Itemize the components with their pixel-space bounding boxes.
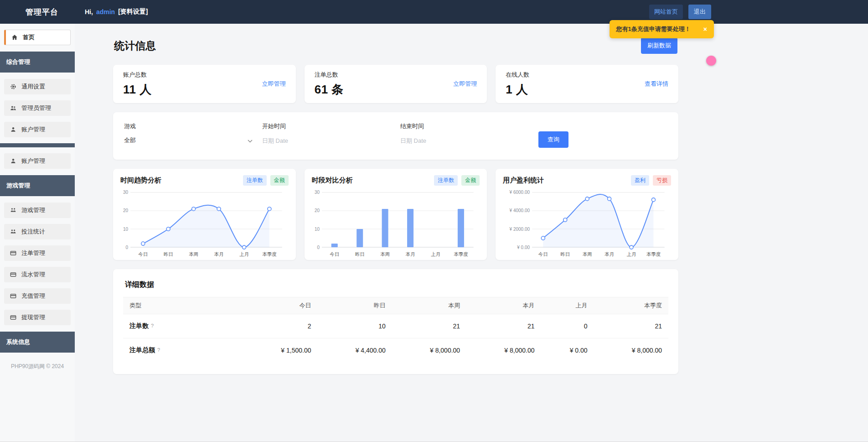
sidebar-item-label: 提现管理 bbox=[21, 313, 45, 322]
refresh-data-button[interactable]: 刷新数据 bbox=[641, 37, 677, 54]
sidebar-item[interactable]: 充值管理 bbox=[4, 288, 71, 304]
chart-title: 用户盈利统计 bbox=[503, 176, 544, 185]
legend-badge[interactable]: 金额 bbox=[270, 175, 289, 186]
stat-action-link[interactable]: 立即管理 bbox=[262, 80, 286, 88]
help-icon[interactable]: ? bbox=[157, 347, 160, 353]
sidebar-item[interactable]: 首页 bbox=[4, 30, 71, 45]
user-icon bbox=[10, 126, 17, 133]
row-label-cell: 注单数? bbox=[123, 314, 243, 338]
profile-settings-link[interactable]: [资料设置] bbox=[118, 8, 148, 16]
svg-text:本月: 本月 bbox=[405, 251, 415, 257]
users-icon bbox=[10, 104, 17, 112]
svg-text:本周: 本周 bbox=[189, 251, 198, 257]
chart-legend: 注单数金额 bbox=[243, 175, 289, 186]
toast-message: 您有1条充值申请需要处理！ bbox=[616, 25, 691, 33]
query-button[interactable]: 查询 bbox=[538, 131, 568, 148]
filter-card: 游戏 全部 开始时间 结束时间 查询 bbox=[113, 112, 678, 160]
sidebar-divider bbox=[0, 143, 75, 147]
home-icon bbox=[11, 34, 18, 41]
table-cell: 10 bbox=[317, 314, 392, 338]
logout-button[interactable]: 退出 bbox=[688, 5, 711, 19]
stat-info: 在线人数1 人 bbox=[506, 71, 529, 98]
sidebar-item[interactable]: 游戏管理 bbox=[4, 203, 71, 218]
game-select[interactable]: 全部 bbox=[124, 136, 253, 145]
game-filter-label: 游戏 bbox=[124, 122, 262, 130]
chart-header: 时段对比分析注单数金额 bbox=[312, 175, 480, 186]
svg-text:10: 10 bbox=[315, 227, 320, 232]
sidebar-item[interactable]: 提现管理 bbox=[4, 310, 71, 325]
table-cell: ¥ 0.00 bbox=[541, 338, 594, 363]
sidebar-item-label: 通用设置 bbox=[21, 83, 45, 91]
legend-badge[interactable]: 亏损 bbox=[653, 175, 671, 186]
chart-header: 用户盈利统计盈利亏损 bbox=[503, 175, 671, 186]
end-date-label: 结束时间 bbox=[400, 122, 538, 130]
main-area: 统计信息 刷新数据 账户总数11 人立即管理注单总数61 条立即管理在线人数1 … bbox=[75, 24, 868, 442]
floating-widget[interactable] bbox=[706, 56, 716, 66]
detail-table-card: 详细数据 类型今日昨日本周本月上月本季度 注单数?2102121021注单总额?… bbox=[113, 269, 678, 374]
stat-card: 在线人数1 人查看详情 bbox=[496, 65, 678, 103]
stat-action-link[interactable]: 查看详情 bbox=[645, 80, 668, 88]
sidebar-item-label: 注单管理 bbox=[21, 249, 45, 257]
stat-cards-row: 账户总数11 人立即管理注单总数61 条立即管理在线人数1 人查看详情 bbox=[113, 65, 678, 103]
svg-text:本周: 本周 bbox=[380, 251, 390, 257]
sidebar: 首页综合管理通用设置管理员管理账户管理账户管理游戏管理游戏管理投注统计注单管理流… bbox=[0, 24, 75, 442]
svg-text:30: 30 bbox=[315, 190, 320, 195]
chart-card: 时段对比分析注单数金额0102030今日昨日本周本月上月本季度 bbox=[305, 169, 487, 260]
notification-toast: 您有1条充值申请需要处理！ × bbox=[610, 20, 714, 38]
table-header-cell: 类型 bbox=[123, 297, 243, 314]
legend-badge[interactable]: 盈利 bbox=[631, 175, 649, 186]
card-icon bbox=[10, 250, 17, 257]
svg-text:30: 30 bbox=[123, 190, 129, 195]
table-cell: ¥ 8,000.00 bbox=[594, 338, 668, 363]
table-header-cell: 今日 bbox=[243, 297, 317, 314]
sidebar-item[interactable]: 管理员管理 bbox=[4, 100, 71, 116]
sidebar-section[interactable]: 游戏管理 bbox=[0, 175, 75, 196]
legend-badge[interactable]: 注单数 bbox=[434, 175, 458, 186]
sidebar-item[interactable]: 账户管理 bbox=[4, 153, 71, 169]
user-icon bbox=[10, 157, 17, 165]
sidebar-item-label: 流水管理 bbox=[21, 270, 45, 279]
user-greeting: Hi, admin [资料设置] bbox=[85, 8, 148, 16]
svg-text:今日: 今日 bbox=[138, 251, 148, 257]
stat-action-link[interactable]: 立即管理 bbox=[453, 80, 477, 88]
stats-icon bbox=[10, 228, 17, 235]
table-header-cell: 本季度 bbox=[594, 297, 668, 314]
svg-text:本季度: 本季度 bbox=[646, 251, 661, 257]
chart-cards-row: 时间趋势分析注单数金额0102030今日昨日本周本月上月本季度时段对比分析注单数… bbox=[113, 169, 678, 260]
detail-table: 类型今日昨日本周本月上月本季度 注单数?2102121021注单总额?¥ 1,5… bbox=[123, 297, 668, 362]
site-home-button[interactable]: 网站首页 bbox=[649, 5, 683, 19]
sidebar-item-label: 账户管理 bbox=[21, 157, 45, 165]
row-label: 注单总额 bbox=[129, 346, 155, 354]
help-icon[interactable]: ? bbox=[151, 323, 154, 328]
app-title: 管理平台 bbox=[26, 7, 58, 17]
game-icon bbox=[10, 207, 17, 214]
sidebar-section[interactable]: 系统信息 bbox=[0, 332, 75, 353]
svg-text:0: 0 bbox=[317, 245, 320, 250]
sidebar-footer: PHP90源码网 © 2024 bbox=[0, 363, 75, 370]
stat-label: 注单总数 bbox=[315, 71, 344, 79]
chart-legend: 盈利亏损 bbox=[631, 175, 671, 186]
legend-badge[interactable]: 金额 bbox=[461, 175, 480, 186]
username-link[interactable]: admin bbox=[96, 8, 115, 16]
svg-text:20: 20 bbox=[315, 208, 320, 213]
sidebar-section[interactable]: 综合管理 bbox=[0, 52, 75, 73]
chart-card: 用户盈利统计盈利亏损¥ 0.00¥ 2000.00¥ 4000.00¥ 6000… bbox=[496, 169, 678, 260]
stat-value: 1 人 bbox=[506, 82, 529, 98]
sidebar-item[interactable]: 投注统计 bbox=[4, 224, 71, 239]
end-date-input[interactable] bbox=[400, 137, 519, 144]
close-icon[interactable]: × bbox=[703, 26, 707, 32]
card-icon bbox=[10, 292, 17, 300]
svg-text:上月: 上月 bbox=[431, 251, 440, 257]
stat-card: 注单总数61 条立即管理 bbox=[305, 65, 487, 103]
svg-text:本月: 本月 bbox=[214, 251, 224, 257]
table-header-cell: 本月 bbox=[466, 297, 541, 314]
sidebar-item[interactable]: 账户管理 bbox=[4, 122, 71, 137]
svg-text:昨日: 昨日 bbox=[355, 251, 364, 257]
gear-icon bbox=[10, 83, 17, 90]
svg-text:上月: 上月 bbox=[239, 251, 249, 257]
legend-badge[interactable]: 注单数 bbox=[243, 175, 267, 186]
sidebar-item[interactable]: 流水管理 bbox=[4, 267, 71, 282]
start-date-input[interactable] bbox=[262, 137, 381, 144]
sidebar-item[interactable]: 通用设置 bbox=[4, 79, 71, 94]
sidebar-item[interactable]: 注单管理 bbox=[4, 245, 71, 261]
